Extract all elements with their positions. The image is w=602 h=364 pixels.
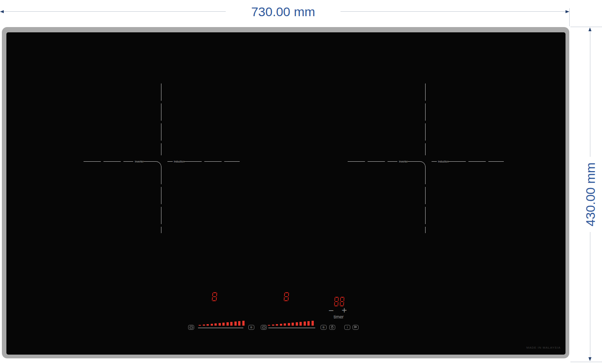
right-zone-power-bars xyxy=(268,320,314,326)
zone-cross-line xyxy=(408,161,420,162)
boost-label: B xyxy=(250,326,252,329)
left-zone-heat-button[interactable] xyxy=(188,325,194,330)
zone-cross-line xyxy=(167,161,173,162)
height-dim-extension-bottom xyxy=(570,362,602,362)
zone-label-inverter: Inverter xyxy=(132,160,144,163)
power-bar-segment xyxy=(312,321,314,326)
lock-icon xyxy=(330,325,334,329)
pause-button[interactable] xyxy=(353,325,359,330)
zone-cross-top-arm xyxy=(425,83,426,155)
power-bar-segment xyxy=(238,321,240,326)
boost-label: B xyxy=(322,326,324,329)
pause-play-icon xyxy=(354,325,357,329)
zone-cross-bottom-arm xyxy=(161,167,161,233)
power-bar-segment xyxy=(203,325,205,326)
made-in-label: MADE IN MALAYSIA xyxy=(526,346,561,349)
power-bar-segment xyxy=(280,324,282,326)
zone-cross-left-arm xyxy=(84,161,133,162)
power-bar-segment xyxy=(296,322,298,326)
power-bar-segment xyxy=(234,322,237,326)
zone-cross-bottom-arm xyxy=(425,167,426,233)
zone-label-inverter: Inverter xyxy=(397,160,408,163)
zone-cross-right-arm xyxy=(184,161,240,162)
width-dim-arrow-left xyxy=(0,10,4,13)
power-bar-segment xyxy=(214,323,217,326)
timer-plus-button[interactable]: + xyxy=(342,306,347,315)
height-dimension-label: 430.00 mm xyxy=(583,157,598,232)
power-bar-segment xyxy=(292,323,294,326)
left-zone-boost-button[interactable]: B xyxy=(248,325,254,330)
zone-cross-line xyxy=(144,161,156,162)
power-bar-segment xyxy=(230,322,233,326)
power-bar-segment xyxy=(222,323,225,326)
power-bar-segment xyxy=(276,324,278,326)
width-dimension-label: 730.00 mm xyxy=(226,4,341,19)
power-bar-segment xyxy=(272,325,274,326)
power-label: I xyxy=(347,326,348,329)
timer-minus-button[interactable]: − xyxy=(328,306,334,315)
right-zone-power-display xyxy=(284,292,289,302)
height-dim-arrow-bottom xyxy=(588,357,591,361)
power-bar-segment xyxy=(284,323,286,326)
power-bar-segment xyxy=(211,324,213,326)
pot-icon xyxy=(189,325,193,330)
power-bar-segment xyxy=(307,321,310,326)
timer-label: timer xyxy=(327,314,351,320)
power-bar-segment xyxy=(299,322,302,326)
power-bar-segment xyxy=(227,322,229,326)
height-dim-extension-top xyxy=(570,27,602,27)
product-drawing: 730.00 mm 430.00 mm Inverter Induction I… xyxy=(0,0,602,364)
zone-cross-line xyxy=(432,161,437,162)
power-bar-segment xyxy=(304,322,306,326)
zone-cross-left-arm xyxy=(348,161,397,162)
cooktop-glass-surface xyxy=(6,32,566,355)
zone-cross-top-arm xyxy=(161,83,161,155)
power-bar-segment xyxy=(268,325,270,326)
height-dim-arrow-top xyxy=(588,27,591,31)
right-zone-power-slider[interactable] xyxy=(268,328,315,328)
power-bar-segment xyxy=(242,321,245,326)
power-on-off-button[interactable]: I xyxy=(344,325,350,330)
power-bar-segment xyxy=(207,324,209,326)
right-zone-heat-button[interactable] xyxy=(261,325,267,330)
power-bar-segment xyxy=(288,323,290,326)
left-zone-power-display xyxy=(212,292,217,302)
width-dim-arrow-right xyxy=(566,10,569,13)
power-bar-segment xyxy=(199,325,201,326)
left-zone-power-slider[interactable] xyxy=(198,328,243,328)
child-lock-button[interactable] xyxy=(329,325,335,330)
width-dim-extension-line xyxy=(569,8,570,26)
pot-icon xyxy=(262,325,266,330)
power-bar-segment xyxy=(219,323,221,326)
left-zone-power-bars xyxy=(199,320,245,326)
right-zone-boost-button[interactable]: B xyxy=(321,325,327,330)
zone-cross-right-arm xyxy=(448,161,504,162)
